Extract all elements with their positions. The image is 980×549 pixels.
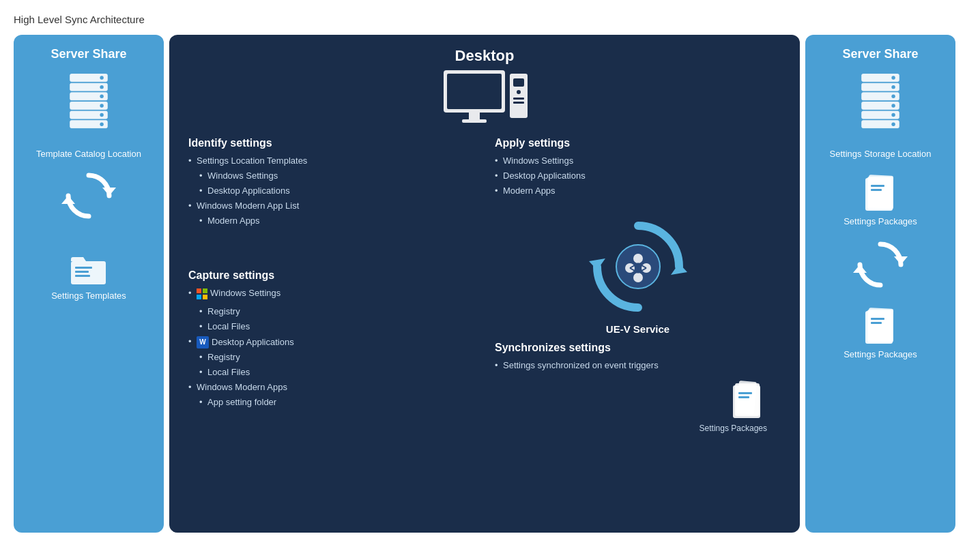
identify-item-1: Settings Location Templates [188, 153, 474, 168]
left-col: Identify settings Settings Location Temp… [188, 137, 481, 520]
svg-point-53 [891, 76, 895, 79]
capture-desktop-apps: W Desktop Applications [188, 334, 474, 350]
settings-columns: Identify settings Settings Location Temp… [188, 137, 781, 520]
uev-label: UE-V Service [606, 323, 669, 335]
svg-rect-25 [513, 98, 524, 100]
svg-rect-30 [203, 295, 207, 299]
right-pkg-label: Settings Packages [844, 216, 917, 226]
identify-item-3: Desktop Applications [188, 183, 474, 198]
right-pkg-bottom-wrap: Settings Packages [844, 306, 917, 359]
desktop-title: Desktop [188, 47, 781, 65]
svg-rect-46 [738, 396, 749, 398]
capture-win-settings: Windows Settings [188, 286, 474, 303]
identify-list: Settings Location Templates Windows Sett… [188, 153, 474, 228]
right-col: Apply settings Windows Settings Desktop … [481, 137, 781, 520]
svg-rect-29 [197, 295, 201, 299]
svg-marker-31 [671, 263, 687, 275]
svg-rect-20 [469, 113, 480, 119]
right-server-title: Server Share [842, 47, 918, 61]
svg-rect-61 [867, 177, 893, 209]
desktop-computer-icon [440, 70, 529, 132]
svg-rect-45 [738, 392, 752, 394]
identify-item-4: Windows Modern App List [188, 198, 474, 213]
svg-rect-17 [75, 275, 90, 277]
capture-title: Capture settings [188, 269, 474, 282]
svg-point-11 [100, 122, 103, 125]
capture-item-8: App setting folder [188, 395, 474, 410]
identify-item-2: Windows Settings [188, 168, 474, 183]
svg-point-58 [891, 122, 895, 125]
pkg-inside-right: Settings Packages [495, 380, 781, 433]
svg-marker-12 [102, 188, 116, 196]
svg-marker-13 [61, 196, 75, 204]
apply-list: Windows Settings Desktop Applications Mo… [495, 153, 781, 198]
svg-rect-69 [871, 318, 884, 320]
capture-list: Windows Settings Registry Local Files W … [188, 286, 474, 410]
apply-item-2: Desktop Applications [495, 168, 781, 183]
svg-rect-63 [871, 189, 882, 191]
identify-title: Identify settings [188, 137, 474, 149]
svg-rect-21 [462, 119, 487, 123]
settings-templates-wrap: Settings Templates [51, 250, 126, 301]
right-pkg-bottom-icon [862, 306, 899, 346]
identify-item-5: Modern Apps [188, 213, 474, 228]
svg-point-7 [100, 85, 103, 89]
svg-rect-23 [513, 78, 524, 87]
storage-label: Settings Storage Location [830, 149, 932, 159]
svg-rect-15 [75, 267, 92, 269]
right-pkg-bottom-label: Settings Packages [844, 349, 917, 359]
svg-rect-70 [871, 322, 882, 324]
capture-item-5: Registry [188, 350, 474, 365]
uev-service-graphic [583, 212, 693, 318]
windows-logo-icon [197, 288, 207, 299]
svg-rect-68 [867, 310, 893, 342]
apply-item-1: Windows Settings [495, 153, 781, 168]
left-server-icon [58, 71, 119, 139]
uev-center: UE-V Service [495, 212, 781, 335]
svg-point-56 [891, 104, 895, 107]
settings-pkg-wrap: Settings Packages [844, 173, 917, 226]
svg-marker-32 [589, 258, 605, 270]
desktop-icon-area [188, 70, 781, 132]
capture-item-3: Local Files [188, 319, 474, 334]
svg-point-6 [100, 76, 103, 79]
svg-rect-28 [203, 288, 207, 293]
left-sync-icon [61, 168, 116, 223]
svg-point-57 [891, 113, 895, 117]
left-server-title: Server Share [51, 47, 126, 61]
sync-list: Settings synchronized on event triggers [495, 358, 781, 373]
catalog-label: Template Catalog Location [36, 149, 141, 159]
sync-item-1: Settings synchronized on event triggers [495, 358, 781, 373]
templates-label: Settings Templates [51, 291, 126, 301]
svg-point-55 [891, 95, 895, 98]
svg-rect-62 [871, 185, 884, 187]
capture-item-2: Registry [188, 304, 474, 319]
pkg-inside-label: Settings Packages [700, 424, 767, 433]
apply-item-3: Modern Apps [495, 183, 781, 198]
page-title: High Level Sync Architecture [14, 14, 966, 25]
svg-point-24 [517, 90, 521, 94]
svg-point-34 [633, 254, 643, 263]
svg-rect-26 [513, 102, 524, 104]
capture-modern-apps: Windows Modern Apps [188, 380, 474, 395]
svg-rect-19 [447, 74, 502, 109]
sync-title: Synchronizes settings [495, 342, 781, 354]
svg-point-37 [633, 273, 643, 282]
apply-title: Apply settings [495, 137, 781, 149]
capture-item-6: Local Files [188, 365, 474, 380]
svg-rect-27 [197, 288, 201, 293]
svg-rect-44 [735, 383, 760, 416]
settings-pkg-icon-inside [730, 380, 767, 421]
left-server-share: Server Share Template Catalog Location [14, 35, 164, 533]
svg-point-8 [100, 95, 103, 98]
svg-point-9 [100, 104, 103, 107]
svg-rect-16 [75, 271, 89, 273]
svg-marker-65 [853, 265, 867, 273]
right-server-share: Server Share Settings Storage Location [805, 35, 955, 533]
right-server-icon [850, 71, 911, 139]
right-sync-icon [853, 237, 908, 292]
diagram-container: Server Share Template Catalog Location [14, 35, 955, 533]
word-logo-icon: W [197, 336, 209, 348]
svg-marker-64 [894, 256, 908, 265]
right-pkg-icon [862, 173, 899, 213]
